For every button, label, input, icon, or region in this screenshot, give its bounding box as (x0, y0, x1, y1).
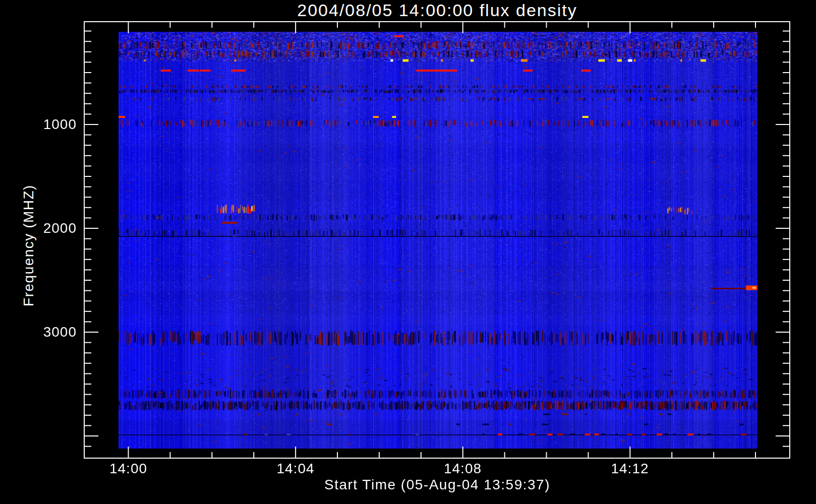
x-tick-label: 14:08 (423, 460, 503, 478)
x-tick-label: 14:00 (88, 460, 169, 478)
x-tick-label: 14:12 (590, 460, 670, 478)
plot-frame (84, 22, 790, 458)
y-tick-label: 2000 (0, 220, 77, 237)
spectrogram-window: 2004/08/05 14:00:00 flux density Frequen… (0, 0, 816, 504)
x-tick-label: 14:04 (255, 460, 336, 478)
y-tick-label: 3000 (0, 324, 77, 341)
x-axis-label: Start Time (05-Aug-04 13:59:37) (84, 477, 791, 493)
y-tick-label: 1000 (0, 116, 77, 133)
axes-frame (0, 0, 816, 504)
